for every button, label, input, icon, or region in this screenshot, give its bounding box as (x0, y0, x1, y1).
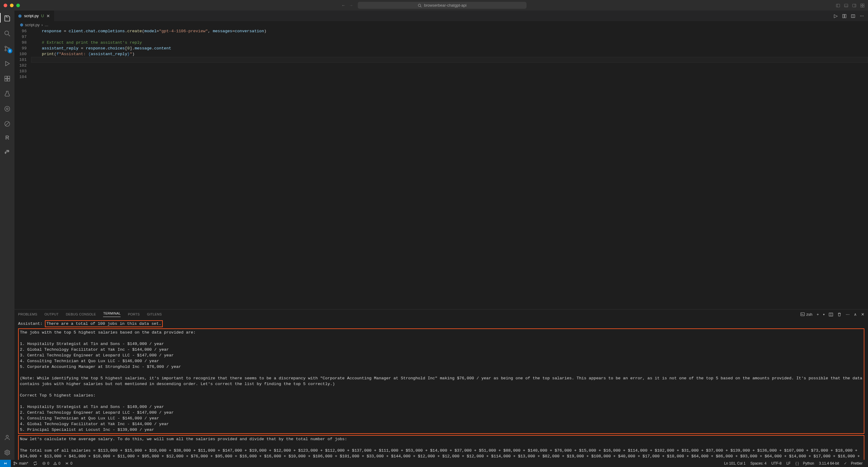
svg-rect-19 (7, 76, 10, 78)
tab-debug-console[interactable]: DEBUG CONSOLE (66, 312, 96, 316)
panel-tabs: PROBLEMS OUTPUT DEBUG CONSOLE TERMINAL P… (14, 309, 868, 319)
svg-rect-20 (5, 79, 7, 81)
code-content[interactable]: response = client.chat.completions.creat… (32, 28, 868, 309)
svg-rect-9 (863, 4, 864, 5)
tab-terminal[interactable]: TERMINAL (103, 312, 121, 317)
split-editor-icon[interactable] (851, 13, 855, 18)
cursor-position[interactable]: Ln 101, Col 1 (721, 461, 748, 466)
command-center[interactable]: browserbear-chatgpt-api (358, 2, 527, 9)
breadcrumb-filename: script.py (25, 23, 39, 27)
new-terminal-icon[interactable]: + (816, 312, 819, 317)
svg-point-35 (14, 462, 15, 463)
problems-indicator[interactable]: 0 0 (40, 461, 63, 466)
svg-point-0 (418, 4, 421, 7)
remote-indicator[interactable] (0, 460, 11, 467)
svg-rect-28 (843, 14, 844, 18)
nav-forward-icon[interactable]: → (349, 3, 353, 7)
minimize-window-button[interactable] (10, 4, 13, 7)
svg-point-27 (6, 452, 8, 454)
maximize-panel-icon[interactable]: ∧ (854, 312, 857, 317)
python-extension-icon[interactable] (4, 148, 10, 156)
close-window-button[interactable] (4, 4, 7, 7)
search-icon (418, 3, 422, 7)
svg-point-26 (6, 435, 8, 437)
tab-script-py[interactable]: ⬢ script.py U ✕ (14, 10, 54, 21)
traffic-lights (4, 4, 20, 7)
activity-bar: 8 R (0, 10, 14, 460)
tab-gitlens[interactable]: GITLENS (147, 312, 162, 316)
terminal-dropdown-icon[interactable]: ▾ (823, 313, 825, 316)
testing-icon[interactable] (4, 90, 10, 97)
svg-rect-11 (863, 6, 864, 7)
sync-indicator[interactable] (31, 461, 40, 466)
svg-point-24 (5, 106, 10, 112)
terminal-highlight-line1: There are a total of 100 jobs in this da… (45, 320, 163, 327)
terminal-block1-text: The jobs with the top 5 highest salaries… (20, 330, 863, 433)
run-debug-icon[interactable] (4, 59, 10, 67)
accounts-icon[interactable] (4, 433, 10, 441)
breadcrumb-rest: … (44, 23, 49, 27)
maximize-window-button[interactable] (16, 4, 20, 7)
split-run-icon[interactable] (842, 13, 846, 18)
more-actions-icon[interactable]: ⋯ (860, 13, 864, 18)
tabs-bar: ⬢ script.py U ✕ ▷ ⋯ (14, 10, 868, 21)
svg-point-15 (5, 50, 6, 51)
close-panel-icon[interactable]: ✕ (861, 312, 864, 317)
svg-rect-4 (844, 4, 848, 7)
terminal-content[interactable]: Assistant: There are a total of 100 jobs… (14, 319, 868, 460)
gitlens-icon[interactable] (4, 104, 10, 113)
ports-indicator[interactable]: 0 (63, 461, 75, 466)
python-file-icon: ⬢ (20, 23, 23, 27)
panel-toggle-right-icon[interactable] (852, 3, 856, 7)
source-control-icon[interactable]: 8 (4, 44, 10, 52)
tab-filename: script.py (24, 13, 38, 18)
encoding-indicator[interactable]: UTF-8 (769, 461, 784, 466)
svg-marker-17 (6, 61, 10, 66)
bottom-panel: PROBLEMS OUTPUT DEBUG CONSOLE TERMINAL P… (14, 309, 868, 460)
remote-explorer-icon[interactable] (4, 120, 10, 127)
svg-point-36 (14, 464, 15, 465)
svg-rect-2 (836, 4, 840, 7)
terminal-highlight-block2: Now let's calculate the average salary. … (18, 435, 864, 460)
svg-point-43 (67, 463, 67, 464)
breadcrumbs[interactable]: ⬢ script.py › … (14, 21, 868, 28)
split-terminal-icon[interactable] (829, 312, 833, 317)
svg-point-42 (55, 464, 55, 465)
tab-ports[interactable]: PORTS (128, 312, 140, 316)
project-title: browserbear-chatgpt-api (424, 3, 467, 7)
kill-terminal-icon[interactable] (837, 312, 841, 317)
svg-point-23 (6, 108, 8, 110)
explorer-icon[interactable] (4, 14, 10, 22)
layout-customize-icon[interactable] (861, 3, 864, 7)
eol-indicator[interactable]: LF (784, 461, 793, 466)
statusbar: main* 0 0 0 Ln 101, Col 1 Spaces: 4 UTF-… (0, 460, 868, 467)
tab-close-icon[interactable]: ✕ (46, 13, 50, 19)
tab-output[interactable]: OUTPUT (44, 312, 59, 316)
r-extension-icon[interactable]: R (5, 135, 9, 141)
more-terminal-icon[interactable]: ⋯ (846, 312, 849, 317)
settings-icon[interactable] (4, 448, 10, 456)
branch-indicator[interactable]: main* (11, 461, 31, 466)
prettier-indicator[interactable]: ✓ Prettier (841, 461, 865, 466)
panel-toggle-left-icon[interactable] (836, 3, 840, 7)
terminal-prefix: Assistant: (18, 321, 45, 326)
svg-point-14 (5, 46, 6, 48)
code-editor[interactable]: 96979899100101102103104 response = clien… (14, 28, 868, 309)
terminal-shell-indicator[interactable]: zsh (801, 312, 812, 317)
terminal-block2-text: Now let's calculate the average salary. … (20, 436, 863, 460)
tab-problems[interactable]: PROBLEMS (18, 312, 37, 316)
svg-point-12 (5, 31, 9, 35)
svg-line-1 (421, 6, 421, 7)
breadcrumb-sep: › (41, 23, 42, 27)
search-sidebar-icon[interactable] (4, 29, 10, 37)
extensions-icon[interactable] (4, 74, 10, 82)
indentation-indicator[interactable]: Spaces: 4 (748, 461, 769, 466)
nav-back-icon[interactable]: ← (341, 3, 345, 7)
svg-rect-6 (852, 4, 856, 7)
python-file-icon: ⬢ (18, 13, 22, 19)
svg-rect-29 (844, 14, 846, 18)
panel-toggle-bottom-icon[interactable] (844, 3, 848, 7)
interpreter-indicator[interactable]: 3.11.4 64-bit (816, 461, 841, 466)
language-indicator[interactable]: { } Python (793, 461, 816, 466)
run-button[interactable]: ▷ (834, 13, 838, 19)
